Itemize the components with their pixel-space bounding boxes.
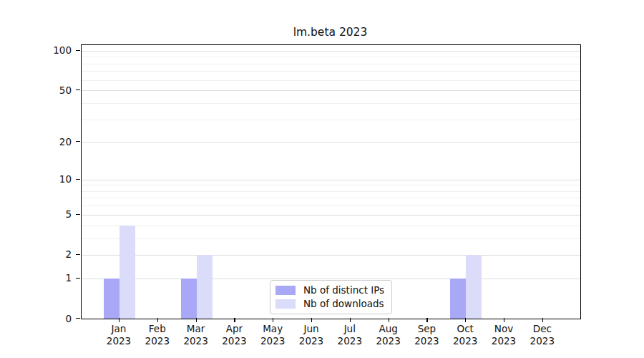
x-tick-label-sep: Sep2023: [405, 323, 448, 347]
gridline-8: [82, 191, 580, 192]
gridline-30: [82, 120, 580, 120]
x-tick-aug: [389, 318, 389, 322]
x-tick-label-nov: Nov2023: [482, 323, 525, 347]
x-tick-feb: [157, 318, 158, 322]
x-tick-label-feb: Feb2023: [136, 323, 179, 347]
gridline-5: [82, 215, 580, 216]
gridline-80: [82, 64, 580, 64]
y-tick-1: [76, 278, 80, 279]
legend-item-distinct-ips: Nb of distinct IPs: [275, 284, 384, 296]
bar-jan-distinct-ips: [104, 279, 119, 319]
x-tick-sep: [426, 318, 427, 322]
x-tick-jul: [350, 318, 351, 322]
y-tick-2: [76, 254, 80, 255]
x-tick-label-jun: Jun2023: [290, 323, 333, 347]
y-tick-label-5: 5: [40, 208, 72, 220]
bar-oct-distinct-ips: [450, 279, 466, 319]
legend-swatch-downloads: [275, 299, 296, 309]
gridline-6: [82, 205, 580, 206]
gridline-20: [82, 142, 580, 142]
gridline-1: [82, 279, 580, 279]
y-tick-5: [76, 214, 80, 215]
figure: lm.beta 2023 Nb of distinct IPsNb of dow…: [0, 0, 644, 358]
y-tick-label-2: 2: [40, 248, 72, 260]
x-tick-jan: [119, 318, 119, 322]
bar-oct-downloads: [466, 255, 482, 319]
y-tick-label-50: 50: [40, 84, 72, 96]
gridline-9: [82, 185, 580, 185]
x-tick-label-oct: Oct2023: [444, 323, 487, 347]
x-tick-may: [273, 318, 273, 322]
gridline-7: [82, 198, 580, 198]
gridline-90: [82, 57, 580, 57]
legend-label-distinct-ips: Nb of distinct IPs: [303, 284, 384, 296]
bar-jan-downloads: [119, 226, 135, 319]
gridline-60: [82, 80, 580, 81]
gridline-40: [82, 103, 580, 104]
y-tick-100: [76, 50, 80, 51]
x-tick-jun: [311, 318, 312, 322]
plot-area: Nb of distinct IPsNb of downloads: [81, 44, 581, 319]
y-tick-label-0: 0: [40, 313, 72, 324]
x-tick-label-dec: Dec2023: [521, 323, 564, 347]
x-tick-label-aug: Aug2023: [367, 323, 410, 347]
y-tick-10: [76, 179, 80, 180]
x-tick-mar: [196, 318, 197, 322]
y-tick-label-100: 100: [40, 44, 72, 56]
x-tick-dec: [542, 318, 543, 322]
chart-title: lm.beta 2023: [81, 24, 580, 40]
gridline-70: [82, 71, 580, 72]
y-tick-0: [76, 318, 80, 319]
x-tick-label-jul: Jul2023: [328, 323, 371, 347]
y-tick-label-20: 20: [40, 136, 72, 147]
x-tick-oct: [465, 318, 466, 322]
x-tick-label-may: May2023: [251, 323, 294, 347]
bar-mar-downloads: [197, 255, 213, 319]
legend-label-downloads: Nb of downloads: [303, 298, 384, 309]
bar-mar-distinct-ips: [181, 279, 197, 319]
legend-item-downloads: Nb of downloads: [275, 298, 384, 309]
y-tick-label-10: 10: [40, 173, 72, 185]
gridline-100: [82, 51, 580, 52]
x-tick-label-apr: Apr2023: [213, 323, 255, 347]
y-tick-50: [76, 90, 80, 90]
gridline-2: [82, 255, 580, 256]
x-tick-label-mar: Mar2023: [175, 323, 218, 347]
gridline-50: [82, 90, 580, 91]
x-tick-nov: [504, 318, 504, 322]
gridline-10: [82, 180, 580, 180]
y-tick-20: [76, 141, 80, 142]
gridline-3: [82, 238, 580, 239]
x-tick-apr: [234, 318, 235, 322]
y-tick-label-1: 1: [40, 272, 72, 284]
x-tick-label-jan: Jan2023: [97, 323, 140, 347]
gridline-4: [82, 226, 580, 226]
legend: Nb of distinct IPsNb of downloads: [270, 280, 392, 314]
legend-swatch-distinct-ips: [275, 286, 296, 295]
